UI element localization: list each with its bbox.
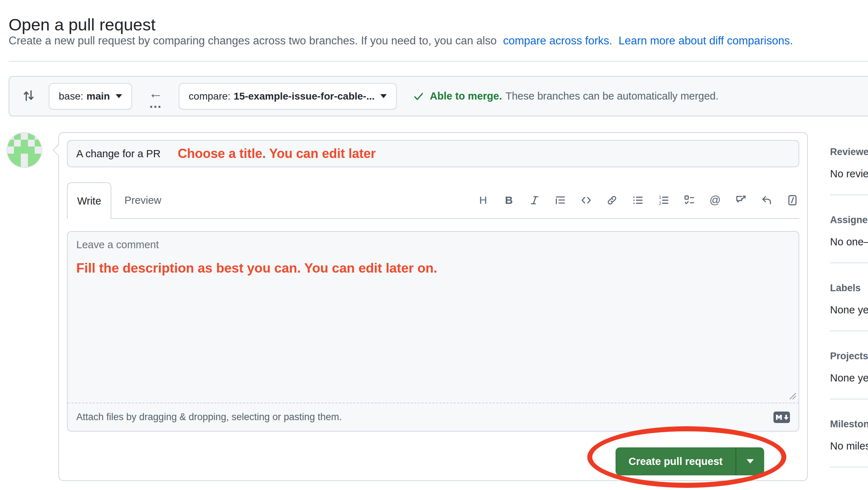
heading-icon[interactable]: H: [477, 194, 489, 206]
subtitle-text: Create a new pull request by comparing c…: [9, 34, 497, 47]
sidebar-divider: [830, 331, 868, 331]
git-compare-icon: [21, 88, 36, 104]
sidebar-section-title: Reviewers: [830, 146, 868, 158]
sidebar-section-assignees: Assignees No one—assign yourself: [830, 214, 868, 248]
code-icon[interactable]: [580, 194, 592, 206]
task-list-icon[interactable]: [683, 194, 695, 206]
sidebar-section-value: No reviews: [830, 167, 868, 180]
page-subtitle: Create a new pull request by comparing c…: [9, 34, 793, 47]
unordered-list-icon[interactable]: [632, 194, 644, 206]
compare-across-forks-link[interactable]: compare across forks.: [503, 34, 612, 47]
reply-icon[interactable]: [761, 194, 773, 206]
sidebar-section-milestone: Milestone No milestone: [830, 418, 868, 452]
markdown-icon[interactable]: [773, 412, 790, 423]
check-icon: [413, 90, 425, 102]
title-annotation: Choose a title. You can edit later: [178, 146, 376, 161]
compare-label: compare:: [189, 91, 231, 102]
sidebar-section-value: No one—assign yourself: [830, 235, 868, 248]
base-branch-name: main: [87, 91, 110, 102]
merge-status-bold: Able to merge.: [430, 90, 502, 102]
base-label: base:: [59, 91, 83, 102]
branch-compare-bar: base: main ←… compare: 15-example-issue-…: [9, 76, 868, 116]
tab-preview[interactable]: Preview: [111, 182, 174, 218]
sidebar-section-reviewers: Reviewers No reviews: [830, 146, 868, 180]
sidebar-section-value: None yet: [830, 371, 868, 384]
pr-title-input[interactable]: A change for a PR Choose a title. You ca…: [67, 140, 799, 167]
arrow-left-dots-icon: ←…: [144, 86, 167, 107]
pr-sidebar: Reviewers No reviews Assignees No one—as…: [830, 132, 868, 486]
identicon-avatar: [7, 133, 42, 167]
cross-reference-icon[interactable]: [735, 194, 747, 206]
italic-icon[interactable]: [529, 194, 541, 206]
pr-title-value: A change for a PR: [76, 148, 160, 160]
create-options-dropdown[interactable]: [736, 447, 764, 475]
sidebar-section-labels: Labels None yet: [830, 282, 868, 316]
dropdown-caret-icon: [380, 94, 387, 98]
sidebar-section-title: Projects: [830, 350, 868, 362]
dropdown-caret-icon: [747, 459, 754, 463]
sidebar-divider: [830, 263, 868, 263]
learn-more-diff-link[interactable]: Learn more about diff comparisons.: [618, 34, 793, 47]
page-title: Open a pull request: [9, 15, 155, 34]
markdown-toolbar: H B 12 @: [477, 182, 799, 218]
header-divider: [9, 61, 868, 62]
comment-textarea[interactable]: Leave a comment Fill the description as …: [68, 232, 799, 403]
merge-status: Able to merge. These branches can be aut…: [413, 90, 718, 102]
form-actions: Create pull request: [67, 447, 799, 475]
sidebar-divider: [830, 194, 868, 195]
attach-files-footer: Attach files by dragging & dropping, sel…: [68, 403, 799, 431]
sidebar-section-value: No milestone: [830, 439, 868, 452]
comment-box: Leave a comment Fill the description as …: [67, 231, 799, 432]
bold-icon[interactable]: B: [503, 194, 515, 206]
create-pull-request-button: Create pull request: [616, 447, 764, 475]
sidebar-section-title: Milestone: [830, 418, 868, 430]
tab-write[interactable]: Write: [67, 182, 111, 219]
description-annotation: Fill the description as best you can. Yo…: [76, 261, 790, 276]
merge-status-text: These branches can be automatically merg…: [506, 90, 719, 102]
bubble-caret: [53, 144, 65, 156]
sidebar-section-title: Assignees: [830, 214, 868, 226]
compare-branch-name: 15-example-issue-for-cable-...: [234, 91, 375, 102]
ordered-list-icon[interactable]: 12: [657, 194, 670, 206]
resize-handle-icon[interactable]: [787, 390, 796, 401]
comment-placeholder: Leave a comment: [76, 239, 790, 251]
sidebar-section-projects: Projects None yet: [830, 350, 868, 384]
create-pull-request-label[interactable]: Create pull request: [616, 447, 736, 475]
svg-text:1: 1: [659, 194, 661, 200]
avatar[interactable]: [7, 133, 42, 167]
sidebar-section-title: Labels: [830, 282, 868, 294]
compare-branch-selector[interactable]: compare: 15-example-issue-for-cable-...: [179, 83, 397, 110]
base-branch-selector[interactable]: base: main: [49, 83, 132, 110]
link-icon[interactable]: [606, 194, 618, 206]
sidebar-section-value: None yet: [830, 303, 868, 316]
open-pull-request-page: { "page": { "title": "Open a pull reques…: [0, 0, 868, 490]
svg-text:2: 2: [659, 201, 661, 206]
editor-tab-bar: Write Preview H B 12: [67, 182, 799, 219]
sidebar-divider: [830, 399, 868, 399]
attach-files-hint[interactable]: Attach files by dragging & dropping, sel…: [76, 412, 773, 423]
sidebar-divider: [830, 467, 868, 467]
quote-icon[interactable]: [554, 194, 566, 206]
dropdown-caret-icon: [116, 94, 122, 98]
pr-form-container: A change for a PR Choose a title. You ca…: [58, 132, 808, 481]
mention-icon[interactable]: @: [709, 194, 721, 206]
slash-command-icon[interactable]: [786, 194, 799, 206]
